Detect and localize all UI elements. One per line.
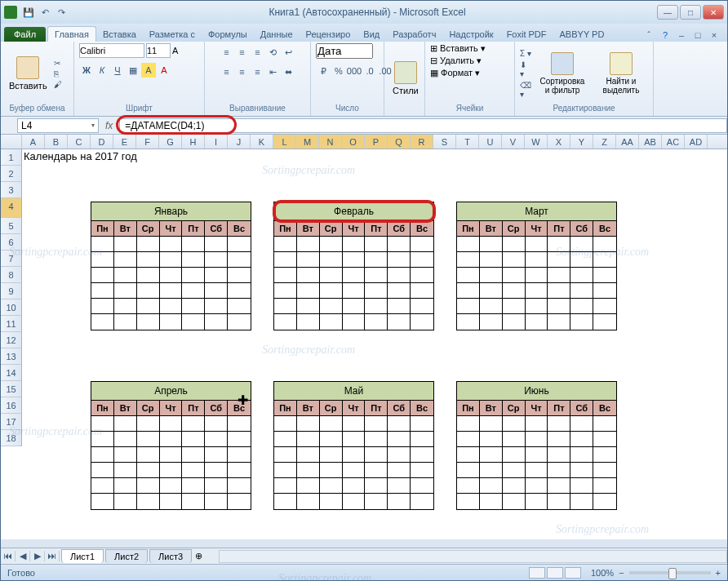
row-header-5[interactable]: 5 bbox=[1, 218, 22, 234]
font-name-input[interactable] bbox=[79, 43, 144, 58]
day-cell[interactable] bbox=[503, 494, 526, 509]
help-icon[interactable]: ? bbox=[659, 29, 672, 42]
day-cell[interactable] bbox=[365, 463, 388, 478]
day-cell[interactable] bbox=[297, 314, 320, 330]
row-header-16[interactable]: 16 bbox=[1, 397, 22, 414]
day-cell[interactable] bbox=[480, 268, 503, 283]
sheet-tab-3[interactable]: Лист3 bbox=[149, 549, 192, 563]
day-cell[interactable] bbox=[480, 416, 503, 432]
day-cell[interactable] bbox=[137, 268, 160, 283]
day-cell[interactable] bbox=[320, 478, 343, 494]
day-cell[interactable] bbox=[114, 299, 137, 314]
day-cell[interactable] bbox=[182, 463, 205, 478]
day-cell[interactable] bbox=[365, 268, 388, 283]
window-close-icon[interactable]: × bbox=[708, 29, 721, 42]
day-cell[interactable] bbox=[548, 416, 570, 432]
day-cell[interactable] bbox=[205, 314, 228, 330]
copy-icon[interactable]: ⎘ bbox=[54, 69, 62, 78]
day-cell[interactable] bbox=[457, 283, 480, 299]
day-cell[interactable] bbox=[91, 494, 114, 509]
row-header-6[interactable]: 6 bbox=[1, 234, 22, 251]
day-cell[interactable] bbox=[274, 283, 297, 299]
day-cell[interactable] bbox=[480, 237, 503, 252]
day-cell[interactable] bbox=[137, 252, 160, 268]
column-header-H[interactable]: H bbox=[182, 135, 205, 149]
column-header-AA[interactable]: AA bbox=[616, 135, 639, 149]
day-cell[interactable] bbox=[570, 432, 593, 447]
day-cell[interactable] bbox=[343, 494, 366, 509]
day-cell[interactable] bbox=[297, 432, 320, 447]
row-header-13[interactable]: 13 bbox=[1, 348, 22, 365]
day-cell[interactable] bbox=[593, 299, 616, 314]
day-cell[interactable] bbox=[228, 432, 251, 447]
day-cell[interactable] bbox=[503, 447, 526, 463]
align-bottom-icon[interactable]: ≡ bbox=[251, 45, 265, 60]
column-header-O[interactable]: O bbox=[342, 135, 365, 149]
day-cell[interactable] bbox=[570, 299, 593, 314]
day-cell[interactable] bbox=[160, 283, 183, 299]
day-cell[interactable] bbox=[182, 283, 205, 299]
day-cell[interactable] bbox=[320, 432, 343, 447]
day-cell[interactable] bbox=[388, 478, 411, 494]
day-cell[interactable] bbox=[388, 252, 411, 268]
day-cell[interactable] bbox=[548, 494, 570, 509]
day-cell[interactable] bbox=[480, 299, 503, 314]
day-cell[interactable] bbox=[114, 283, 137, 299]
day-cell[interactable] bbox=[160, 237, 183, 252]
day-cell[interactable] bbox=[411, 463, 433, 478]
day-cell[interactable] bbox=[343, 478, 366, 494]
day-cell[interactable] bbox=[114, 494, 137, 509]
day-cell[interactable] bbox=[182, 299, 205, 314]
day-cell[interactable] bbox=[457, 494, 480, 509]
day-cell[interactable] bbox=[137, 237, 160, 252]
day-cell[interactable] bbox=[526, 314, 548, 330]
day-cell[interactable] bbox=[388, 416, 411, 432]
select-all-corner[interactable] bbox=[1, 135, 22, 149]
align-right-icon[interactable]: ≡ bbox=[251, 64, 265, 79]
sheet-nav-last[interactable]: ⏭ bbox=[45, 551, 60, 561]
day-cell[interactable] bbox=[526, 283, 548, 299]
day-cell[interactable] bbox=[205, 447, 228, 463]
day-cell[interactable] bbox=[228, 494, 251, 509]
view-normal-icon[interactable] bbox=[529, 567, 545, 579]
day-cell[interactable] bbox=[205, 494, 228, 509]
day-cell[interactable] bbox=[228, 447, 251, 463]
day-cell[interactable] bbox=[526, 463, 548, 478]
day-cell[interactable] bbox=[457, 478, 480, 494]
format-painter-icon[interactable]: 🖌 bbox=[54, 80, 62, 89]
horizontal-scrollbar[interactable] bbox=[219, 550, 727, 563]
day-cell[interactable] bbox=[343, 432, 366, 447]
align-left-icon[interactable]: ≡ bbox=[220, 64, 234, 79]
day-cell[interactable] bbox=[388, 463, 411, 478]
day-cell[interactable] bbox=[388, 447, 411, 463]
day-cell[interactable] bbox=[526, 299, 548, 314]
orientation-icon[interactable]: ⟲ bbox=[266, 45, 281, 60]
day-cell[interactable] bbox=[137, 494, 160, 509]
column-header-F[interactable]: F bbox=[136, 135, 159, 149]
day-cell[interactable] bbox=[274, 432, 297, 447]
day-cell[interactable] bbox=[480, 252, 503, 268]
row-header-8[interactable]: 8 bbox=[1, 267, 22, 283]
day-cell[interactable] bbox=[388, 283, 411, 299]
row-header-10[interactable]: 10 bbox=[1, 299, 22, 316]
day-cell[interactable] bbox=[503, 416, 526, 432]
day-cell[interactable] bbox=[114, 237, 137, 252]
column-header-Z[interactable]: Z bbox=[593, 135, 616, 149]
save-icon[interactable]: 💾 bbox=[22, 6, 35, 19]
day-cell[interactable] bbox=[548, 299, 570, 314]
day-cell[interactable] bbox=[297, 463, 320, 478]
day-cell[interactable] bbox=[205, 478, 228, 494]
day-cell[interactable] bbox=[570, 314, 593, 330]
row-header-18[interactable]: 18 bbox=[1, 430, 22, 446]
row-header-1[interactable]: 1 bbox=[1, 149, 22, 166]
day-cell[interactable] bbox=[343, 447, 366, 463]
day-cell[interactable] bbox=[365, 416, 388, 432]
day-cell[interactable] bbox=[114, 447, 137, 463]
fx-icon[interactable]: fx bbox=[105, 120, 113, 131]
day-cell[interactable] bbox=[228, 416, 251, 432]
day-cell[interactable] bbox=[457, 237, 480, 252]
day-cell[interactable] bbox=[182, 237, 205, 252]
day-cell[interactable] bbox=[297, 494, 320, 509]
day-cell[interactable] bbox=[526, 268, 548, 283]
day-cell[interactable] bbox=[548, 463, 570, 478]
